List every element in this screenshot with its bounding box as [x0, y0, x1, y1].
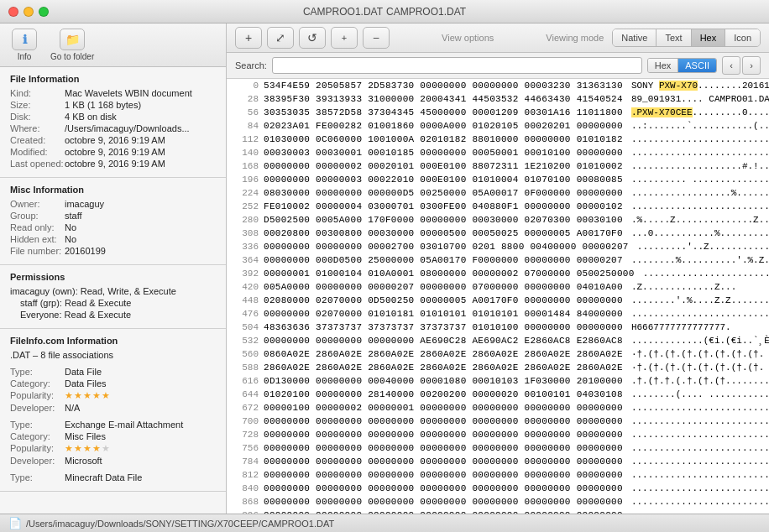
fileinfo-cat2-row: Category: Misc Files — [10, 431, 216, 441]
permissions-row1: imacaguy (own): Read, Write, & Execute — [10, 286, 216, 296]
last-opened-label: Last opened: — [10, 159, 65, 169]
created-row: Created: octobre 9, 2016 9:19 AM — [10, 135, 216, 145]
fileinfo-type2-label: Type: — [10, 420, 65, 430]
where-value: /Users/imacaguy/Downloads... — [65, 123, 190, 133]
owner-row: Owner: imacaguy — [10, 199, 216, 209]
star-b3: ★ — [83, 443, 92, 454]
fileinfo-type1-value: Data File — [65, 367, 102, 377]
fileinfo-cat2-value: Misc Files — [65, 431, 106, 441]
hex-row-112: 112 01030000 0C060000 1001000A 02010182 … — [227, 133, 769, 146]
fileinfo-type1-row: Type: Data File — [10, 367, 216, 377]
minimize-button[interactable] — [24, 7, 34, 17]
viewing-mode-selector: Native Text Hex Icon — [612, 29, 761, 47]
fileinfo-dev1-label: Developer: — [10, 403, 65, 413]
read-only-label: Read only: — [10, 222, 65, 232]
permissions-section: Permissions imacaguy (own): Read, Write,… — [0, 265, 226, 329]
prev-arrow-button[interactable]: ‹ — [722, 56, 740, 75]
kind-label: Kind: — [10, 88, 65, 98]
fileinfo-pop1-label: Popularity: — [10, 390, 65, 401]
viewing-mode-label: Viewing mode — [546, 33, 604, 43]
fileinfo-title: FileInfo.com Information — [10, 336, 216, 346]
hex-row-28: 28 38395F30 39313933 31000000 20004341 4… — [227, 92, 769, 106]
fileinfo-ext: .DAT – 8 file associations — [10, 350, 113, 360]
file-number-row: File number: 20160199 — [10, 246, 216, 256]
window-controls — [8, 7, 49, 17]
fileinfo-pop1-row: Popularity: ★ ★ ★ ★ ★ — [10, 390, 216, 401]
hex-row-168: 168 00000000 00000002 00020101 000E0100 … — [227, 159, 769, 173]
fileinfo-cat1-row: Category: Data Files — [10, 378, 216, 389]
hex-viewer[interactable]: 0 534F4E59 20505857 2D583730 00000000 00… — [227, 79, 769, 514]
ascii-toggle-button[interactable]: ASCII — [678, 59, 716, 72]
rotate-button[interactable]: ↺ — [299, 27, 326, 49]
read-only-value: No — [65, 222, 76, 232]
fileinfo-pop2-label: Popularity: — [10, 443, 65, 454]
fileinfo-dev2-label: Developer: — [10, 456, 65, 466]
go-to-folder-button[interactable]: 📁 Go to folder — [50, 29, 94, 61]
hex-row-560: 560 0860A02E 2860A02E 2860A02E 2860A02E … — [227, 347, 769, 361]
hex-row-868: 868 00000000 00000000 00000000 00000000 … — [227, 495, 769, 509]
permissions-row2: staff (grp): Read & Execute — [10, 298, 216, 308]
hex-row-56: 56 30353035 38572D58 37304345 45000000 0… — [227, 106, 769, 119]
hex-row-812: 812 00000000 00000000 00000000 00000000 … — [227, 468, 769, 482]
next-arrow-button[interactable]: › — [742, 56, 761, 75]
right-toolbar: + ⤢ ↺ + – View options Viewing mode Nati… — [227, 23, 769, 53]
star2: ★ — [74, 390, 82, 401]
search-input[interactable] — [272, 57, 642, 74]
hex-row-364: 364 00000000 000D0500 25000000 05A00170 … — [227, 253, 769, 267]
close-button[interactable] — [8, 7, 18, 17]
star-b5: ★ — [102, 443, 110, 454]
permissions-value2: staff (grp): Read & Execute — [10, 298, 131, 308]
created-label: Created: — [10, 135, 65, 145]
maximize-button[interactable] — [39, 7, 49, 17]
window-title: CAMPROO1.DAT — [303, 6, 383, 18]
right-panel: + ⤢ ↺ + – View options Viewing mode Nati… — [227, 23, 769, 514]
zoom-in-button[interactable]: + — [235, 27, 262, 49]
hex-toggle-button[interactable]: Hex — [648, 59, 679, 72]
read-only-row: Read only: No — [10, 222, 216, 232]
info-icon: ℹ — [12, 29, 37, 50]
main-content: ℹ Info 📁 Go to folder File Information K… — [0, 23, 769, 514]
modified-value: octobre 9, 2016 9:19 AM — [65, 147, 165, 157]
hex-row-140: 140 00030003 00030001 00010185 00000000 … — [227, 146, 769, 159]
permissions-row3: Everyone: Read & Execute — [10, 310, 216, 320]
owner-label: Owner: — [10, 199, 65, 209]
fileinfo-pop2-row: Popularity: ★ ★ ★ ★ ★ — [10, 443, 216, 454]
hex-row-392: 392 00000001 01000104 010A0001 08000000 … — [227, 267, 769, 280]
hex-row-196: 196 00000000 00000003 00022010 000E0100 … — [227, 173, 769, 186]
fileinfo-dev1-value: N/A — [65, 403, 80, 413]
fileinfo-type2-row: Type: Exchange E-mail Attachment — [10, 420, 216, 430]
size-value: 1 KB (1 168 bytes) — [65, 100, 141, 110]
info-button[interactable]: ℹ Info — [12, 29, 37, 61]
fileinfo-type3-row: Type: Minecraft Data File — [10, 472, 216, 482]
where-row: Where: /Users/imacaguy/Downloads... — [10, 123, 216, 133]
last-opened-row: Last opened: octobre 9, 2016 9:19 AM — [10, 159, 216, 169]
group-label: Group: — [10, 211, 65, 221]
text-mode-button[interactable]: Text — [657, 29, 691, 46]
hidden-ext-row: Hidden ext: No — [10, 234, 216, 244]
zoom-plus-button[interactable]: + — [331, 27, 358, 49]
hex-row-476: 476 00000000 02070000 01010181 01010101 … — [227, 307, 769, 321]
permissions-title: Permissions — [10, 272, 216, 282]
hex-mode-button[interactable]: Hex — [692, 29, 726, 46]
fileinfo-cat1-label: Category: — [10, 378, 65, 389]
misc-info-title: Misc Information — [10, 185, 216, 195]
owner-value: imacaguy — [65, 199, 104, 209]
left-toolbar: ℹ Info 📁 Go to folder — [0, 23, 226, 67]
misc-information-section: Misc Information Owner: imacaguy Group: … — [0, 178, 226, 265]
disk-label: Disk: — [10, 112, 65, 122]
zoom-fit-button[interactable]: ⤢ — [267, 27, 294, 49]
native-mode-button[interactable]: Native — [613, 29, 657, 46]
star5: ★ — [102, 390, 110, 401]
hex-row-840: 840 00000000 00000000 00000000 00000000 … — [227, 482, 769, 495]
hex-row-420: 420 005A0000 00000000 00000207 00000000 … — [227, 280, 769, 294]
fileinfo-type3-value: Minecraft Data File — [65, 472, 142, 482]
hex-row-588: 588 2860A02E 2860A02E 2860A02E 2860A02E … — [227, 361, 769, 374]
file-info-title: File Information — [10, 74, 216, 84]
last-opened-value: octobre 9, 2016 9:19 AM — [65, 159, 165, 169]
zoom-minus-button[interactable]: – — [363, 27, 390, 49]
fileinfo-pop1-stars: ★ ★ ★ ★ ★ — [65, 390, 110, 401]
icon-mode-button[interactable]: Icon — [725, 29, 760, 46]
file-information-section: File Information Kind: Mac Wavelets WBIN… — [0, 67, 226, 178]
fileinfo-type3-label: Type: — [10, 472, 65, 482]
group-value: staff — [65, 211, 82, 221]
